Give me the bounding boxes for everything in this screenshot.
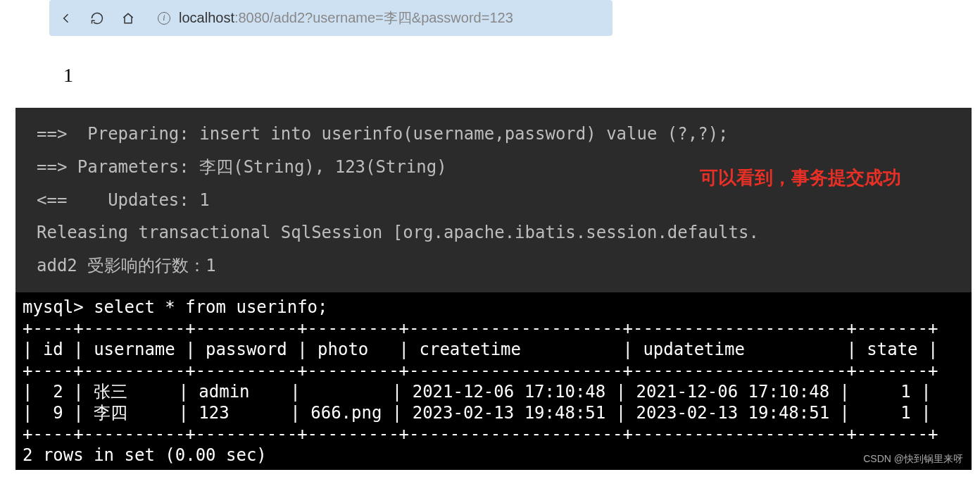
ide-console: ==> Preparing: insert into userinfo(user… (15, 108, 972, 292)
mysql-prompt: mysql> select * from userinfo; (23, 297, 965, 318)
table-row: | 2 | 张三 | admin | | 2021-12-06 17:10:48… (23, 381, 965, 402)
url-text: localhost:8080/add2?username=李四&password… (179, 8, 513, 27)
table-border: +----+----------+----------+---------+--… (23, 423, 965, 445)
address-bar[interactable]: i localhost:8080/add2?username=李四&passwo… (151, 4, 604, 32)
url-path: /add2?username=李四&password=123 (270, 10, 513, 25)
console-line: ==> Preparing: insert into userinfo(user… (37, 118, 957, 151)
refresh-button[interactable] (89, 10, 106, 27)
url-host: localhost (179, 10, 234, 25)
site-info-icon[interactable]: i (158, 12, 170, 25)
table-header: | id | username | password | photo | cre… (23, 339, 965, 360)
mysql-footer: 2 rows in set (0.00 sec) (23, 445, 965, 466)
annotation-text: 可以看到，事务提交成功 (700, 160, 901, 196)
table-row: | 9 | 李四 | 123 | 666.png | 2023-02-13 19… (23, 402, 965, 423)
page-body-text: 1 (0, 36, 980, 108)
table-border: +----+----------+----------+---------+--… (23, 360, 965, 381)
console-line: add2 受影响的行数：1 (37, 249, 957, 283)
watermark: CSDN @快到锅里来呀 (863, 453, 963, 466)
console-line: Releasing transactional SqlSession [org.… (37, 216, 957, 249)
url-port: :8080 (234, 10, 270, 25)
browser-toolbar: i localhost:8080/add2?username=李四&passwo… (49, 0, 612, 36)
home-button[interactable] (120, 10, 137, 27)
mysql-terminal: mysql> select * from userinfo; +----+---… (15, 292, 972, 470)
table-border: +----+----------+----------+---------+--… (23, 318, 965, 339)
back-button[interactable] (58, 10, 75, 27)
